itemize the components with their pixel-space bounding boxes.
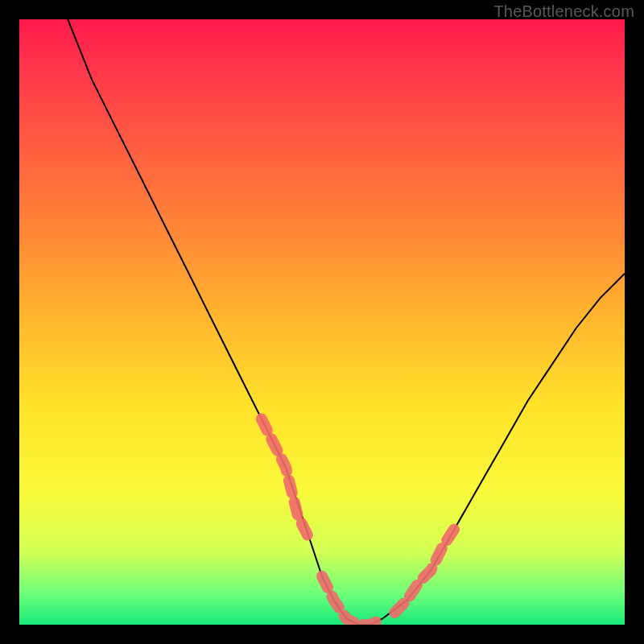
highlight-left-segment xyxy=(262,419,310,539)
highlight-bottom-segment xyxy=(322,576,382,625)
plot-area xyxy=(19,19,625,625)
highlight-right-segment xyxy=(394,528,455,613)
highlight-markers xyxy=(262,419,456,625)
chart-frame: TheBottleneck.com xyxy=(0,0,644,644)
curve-path xyxy=(68,19,625,625)
watermark-text: TheBottleneck.com xyxy=(493,2,634,21)
curve-line xyxy=(68,19,625,625)
chart-svg xyxy=(19,19,625,625)
